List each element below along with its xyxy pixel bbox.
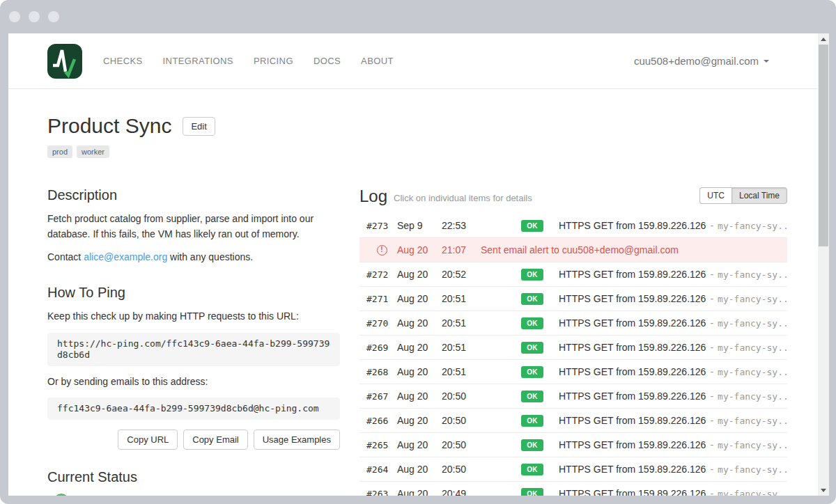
copy-url-button[interactable]: Copy URL xyxy=(118,430,178,450)
log-row-time: 20:51 xyxy=(442,342,481,353)
log-row-date: Sep 9 xyxy=(397,220,442,231)
nav-link-docs[interactable]: DOCS xyxy=(314,56,341,66)
log-row[interactable]: #267 Aug 20 20:50 OK HTTPS GET from 159.… xyxy=(359,384,787,409)
event-separator: - xyxy=(710,464,713,475)
description-text: Fetch product catalog from supplier, par… xyxy=(47,212,340,242)
log-row[interactable]: #272 Aug 20 20:52 OK HTTPS GET from 159.… xyxy=(359,262,787,287)
ok-status-badge: OK xyxy=(521,464,543,475)
log-row-date: Aug 20 xyxy=(397,464,442,475)
log-row[interactable]: #271 Aug 20 20:51 OK HTTPS GET from 159.… xyxy=(359,287,787,311)
ok-status-badge: OK xyxy=(521,342,543,354)
event-separator: - xyxy=(710,317,713,329)
log-subtitle: Click on individual items for details xyxy=(394,193,532,203)
contact-email-link[interactable]: alice@example.org xyxy=(84,251,167,262)
description-heading: Description xyxy=(47,187,340,203)
nav-link-checks[interactable]: CHECKS xyxy=(103,56,143,66)
log-row-date: Aug 20 xyxy=(397,391,442,402)
tag-prod: prod xyxy=(47,145,72,158)
log-row-id: #272 xyxy=(366,269,397,280)
log-row-date: Aug 20 xyxy=(397,269,442,280)
log-row-useragent: my-fancy-sy... xyxy=(718,269,787,280)
log-row-id: #263 xyxy=(366,489,397,496)
ping-email-instruction: Or by sending emails to this address: xyxy=(47,375,340,390)
status-up-icon xyxy=(54,494,69,496)
log-row-useragent: my-fancy-sy... xyxy=(718,294,787,304)
scrollbar-down-arrow-icon[interactable] xyxy=(818,485,829,496)
log-row-time: 20:50 xyxy=(442,464,481,475)
log-row-date: Aug 20 xyxy=(397,317,442,329)
log-row-time: 20:51 xyxy=(442,317,481,329)
log-row-id: #265 xyxy=(366,440,397,450)
log-row-event: HTTPS GET from 159.89.226.126 - my-fancy… xyxy=(559,293,787,304)
ping-email-code: ffc143c9-6aea-44fa-b299-599739d8cb6d@hc-… xyxy=(47,397,340,420)
log-row-id: #268 xyxy=(366,367,397,377)
utc-toggle-button[interactable]: UTC xyxy=(699,187,732,204)
local-time-toggle-button[interactable]: Local Time xyxy=(732,187,787,204)
nav-link-about[interactable]: ABOUT xyxy=(361,56,394,66)
log-heading: Log xyxy=(359,187,387,205)
log-row-date: Aug 20 xyxy=(397,415,442,426)
log-row-event: HTTPS GET from 159.89.226.126 - my-fancy… xyxy=(559,317,787,329)
log-row[interactable]: #264 Aug 20 20:50 OK HTTPS GET from 159.… xyxy=(359,457,787,482)
log-row-time: 20:50 xyxy=(442,439,481,450)
log-row-date: Aug 20 xyxy=(397,439,442,450)
log-row[interactable]: #270 Aug 20 20:51 OK HTTPS GET from 159.… xyxy=(359,311,787,336)
log-row[interactable]: #266 Aug 20 20:50 OK HTTPS GET from 159.… xyxy=(359,409,787,433)
timezone-toggle: UTC Local Time xyxy=(699,187,787,204)
scrollbar-up-arrow-icon[interactable] xyxy=(818,33,829,45)
page-title: Product Sync xyxy=(47,114,171,138)
log-row-useragent: my-fancy-sy... xyxy=(718,416,787,426)
event-separator: - xyxy=(710,415,713,426)
ok-status-badge: OK xyxy=(521,269,543,281)
ok-status-badge: OK xyxy=(521,488,543,496)
log-row-time: 20:51 xyxy=(442,366,481,377)
log-row-time: 20:51 xyxy=(442,293,481,304)
log-row-id: #269 xyxy=(366,342,397,353)
log-row[interactable]: #263 Aug 20 20:49 OK HTTPS GET from 159.… xyxy=(359,482,787,496)
nav-link-pricing[interactable]: PRICING xyxy=(254,56,293,66)
log-row-event: HTTPS GET from 159.89.226.126 - my-fancy… xyxy=(559,366,787,377)
ping-url-instruction: Keep this check up by making HTTP reques… xyxy=(47,309,340,324)
log-row-id: #266 xyxy=(366,416,397,426)
healthchecks-logo-icon[interactable] xyxy=(47,44,82,79)
log-row-date: Aug 20 xyxy=(397,293,442,304)
log-row[interactable]: #273 Sep 9 22:53 OK HTTPS GET from 159.8… xyxy=(359,214,787,238)
log-row-useragent: my-fancy-sy... xyxy=(718,464,787,475)
nav-link-integrations[interactable]: INTEGRATIONS xyxy=(163,56,233,66)
log-row[interactable]: #269 Aug 20 20:51 OK HTTPS GET from 159.… xyxy=(359,336,787,360)
page-content: CHECKS INTEGRATIONS PRICING DOCS ABOUT c… xyxy=(8,33,829,496)
log-row-useragent: my-fancy-sy... xyxy=(718,440,787,450)
account-menu[interactable]: cuu508+demo@gmail.com xyxy=(634,55,769,67)
usage-examples-button[interactable]: Usage Examples xyxy=(254,430,340,450)
ok-status-badge: OK xyxy=(521,293,543,305)
window-control-minimize[interactable] xyxy=(29,11,40,22)
scrollbar-thumb[interactable] xyxy=(819,45,828,246)
log-row-time: 20:49 xyxy=(442,488,481,496)
log-row-event: HTTPS GET from 159.89.226.126 - my-fancy… xyxy=(559,342,787,353)
log-row-id: #273 xyxy=(366,221,397,231)
navbar: CHECKS INTEGRATIONS PRICING DOCS ABOUT c… xyxy=(8,33,818,89)
vertical-scrollbar[interactable] xyxy=(818,33,829,496)
event-separator: - xyxy=(710,439,713,450)
log-row-time: 20:50 xyxy=(442,391,481,402)
log-row-date: Aug 20 xyxy=(397,366,442,377)
log-row[interactable]: #268 Aug 20 20:51 OK HTTPS GET from 159.… xyxy=(359,360,787,384)
ok-status-badge: OK xyxy=(521,439,543,451)
window-control-close[interactable] xyxy=(9,11,20,22)
log-row-time: 22:53 xyxy=(442,220,481,231)
window-control-maximize[interactable] xyxy=(48,11,59,22)
log-row-useragent: my-fancy-sy... xyxy=(718,489,787,496)
log-row[interactable]: #265 Aug 20 20:50 OK HTTPS GET from 159.… xyxy=(359,433,787,457)
log-row-date: Aug 20 xyxy=(397,488,442,496)
log-row-time: 20:50 xyxy=(442,415,481,426)
ok-status-badge: OK xyxy=(521,220,543,232)
ok-status-badge: OK xyxy=(521,415,543,427)
alert-circle-icon: ! xyxy=(377,245,387,255)
edit-button[interactable]: Edit xyxy=(183,117,215,136)
log-row-event: HTTPS GET from 159.89.226.126 - my-fancy… xyxy=(559,464,787,475)
copy-email-button[interactable]: Copy Email xyxy=(183,430,247,450)
log-row-alert[interactable]: ! Aug 20 21:07 Sent email alert to cuu50… xyxy=(359,238,787,262)
event-separator: - xyxy=(710,293,713,304)
log-row-id: #271 xyxy=(366,294,397,304)
log-row-time: 21:07 xyxy=(442,244,481,255)
